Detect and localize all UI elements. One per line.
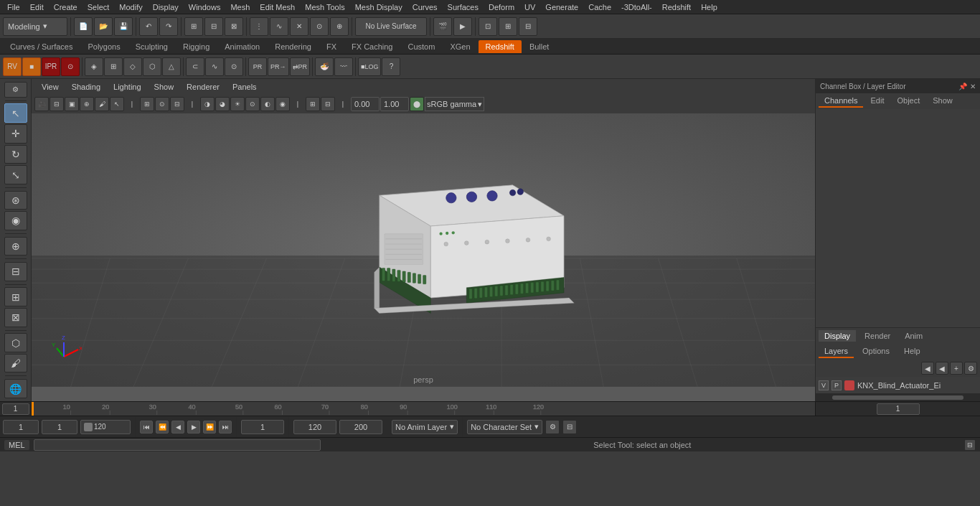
layer-tab-display[interactable]: Display bbox=[819, 330, 856, 342]
select-by-component-btn[interactable]: ⊟ bbox=[204, 17, 223, 36]
ch-tab-channels[interactable]: Channels bbox=[819, 95, 863, 108]
vp-coord1[interactable]: 0.00 bbox=[351, 97, 380, 111]
menu-mesh-display[interactable]: Mesh Display bbox=[351, 1, 407, 13]
menu-cache[interactable]: Cache bbox=[584, 1, 616, 13]
menu-surfaces[interactable]: Surfaces bbox=[443, 1, 483, 13]
display-none-btn[interactable]: ⊟ bbox=[519, 17, 537, 36]
vp-menu-shading[interactable]: Shading bbox=[66, 81, 106, 93]
tab-fx-caching[interactable]: FX Caching bbox=[344, 40, 400, 53]
vp-smooth-btn[interactable]: ⊙ bbox=[155, 97, 169, 111]
vp-shading1[interactable]: ◑ bbox=[200, 97, 215, 111]
menu-display[interactable]: Display bbox=[149, 1, 183, 13]
menu-edit[interactable]: Edit bbox=[26, 1, 48, 13]
range-end-field[interactable]: 120 bbox=[293, 420, 336, 434]
go-end-btn[interactable]: ⏭ bbox=[219, 421, 232, 434]
tab-rendering[interactable]: Rendering bbox=[268, 40, 319, 53]
bb-options-btn[interactable]: ⊟ bbox=[562, 420, 577, 434]
menu-file[interactable]: File bbox=[3, 1, 24, 13]
vp-menu-renderer[interactable]: Renderer bbox=[181, 81, 225, 93]
ch-tab-show[interactable]: Show bbox=[927, 95, 958, 108]
select-by-hierarchy-btn[interactable]: ⊞ bbox=[184, 17, 203, 36]
menu-edit-mesh[interactable]: Edit Mesh bbox=[255, 1, 299, 13]
rs-pr-btn-2[interactable]: PR→ bbox=[268, 57, 289, 76]
layer-add-btn[interactable]: + bbox=[950, 362, 963, 375]
rs-pr-btn-3[interactable]: ⇄PR bbox=[290, 57, 311, 76]
poly-btn-4[interactable]: ⬡ bbox=[143, 57, 161, 76]
select-snap-btn[interactable]: ⊠ bbox=[225, 17, 243, 36]
vp-paint-btn[interactable]: 🖌 bbox=[95, 97, 109, 111]
select-tool-btn[interactable]: ↖ bbox=[4, 103, 27, 123]
rs-q-btn[interactable]: ? bbox=[382, 57, 400, 76]
tab-rigging[interactable]: Rigging bbox=[176, 40, 217, 53]
vp-ambient-btn[interactable]: ◉ bbox=[275, 97, 290, 111]
render-btn[interactable]: ▶ bbox=[453, 17, 472, 36]
poly-btn-1[interactable]: ◈ bbox=[85, 57, 103, 76]
menu-generate[interactable]: Generate bbox=[541, 1, 583, 13]
rotate-tool-btn[interactable]: ↻ bbox=[4, 145, 27, 164]
poly-btn-3[interactable]: ◇ bbox=[123, 57, 142, 76]
world-btn[interactable]: 🌐 bbox=[4, 379, 27, 398]
render-settings-btn[interactable]: 🎬 bbox=[433, 17, 452, 36]
object-mode-btn[interactable]: ⬡ bbox=[4, 333, 27, 352]
redo-btn[interactable]: ↷ bbox=[159, 17, 178, 36]
open-file-btn[interactable]: 📂 bbox=[94, 17, 113, 36]
vp-color-btn[interactable]: ⬤ bbox=[410, 97, 424, 111]
menu-deform[interactable]: Deform bbox=[484, 1, 519, 13]
menu-create[interactable]: Create bbox=[50, 1, 82, 13]
tab-redshift[interactable]: Redshift bbox=[479, 40, 522, 53]
timeline-ruler[interactable]: 10 20 30 40 50 60 70 80 90 100 bbox=[32, 402, 815, 416]
tab-fx[interactable]: FX bbox=[319, 40, 344, 53]
layer-color-swatch[interactable] bbox=[844, 380, 854, 390]
frame-range-start[interactable]: 1 bbox=[3, 420, 39, 434]
undo-btn[interactable]: ↶ bbox=[139, 17, 158, 36]
panel-close-icon[interactable]: ✕ bbox=[970, 83, 976, 90]
vp-lighting1[interactable]: ☀ bbox=[230, 97, 245, 111]
paint-btn[interactable]: 🖌 bbox=[4, 354, 27, 373]
layer-options-btn[interactable]: ⚙ bbox=[964, 362, 977, 375]
command-line-input[interactable] bbox=[34, 439, 321, 451]
move-tool-btn[interactable]: ✛ bbox=[4, 124, 27, 144]
timeline-start-field[interactable]: 1 bbox=[2, 403, 29, 415]
tab-animation[interactable]: Animation bbox=[217, 40, 267, 53]
deform-btn-2[interactable]: ∿ bbox=[205, 57, 224, 76]
menu-mesh-tools[interactable]: Mesh Tools bbox=[301, 1, 349, 13]
layer-visibility-btn[interactable]: V bbox=[819, 380, 829, 390]
display-all-btn[interactable]: ⊞ bbox=[499, 17, 517, 36]
layout-btn[interactable]: ⊞ bbox=[4, 287, 27, 306]
layer-sub-layers[interactable]: Layers bbox=[819, 345, 854, 358]
modeling-dropdown[interactable]: Modeling ▾ bbox=[3, 17, 67, 36]
poly-btn-5[interactable]: △ bbox=[162, 57, 181, 76]
snap-surface-btn[interactable]: ⊙ bbox=[310, 17, 329, 36]
vp-gate-btn[interactable]: ▣ bbox=[65, 97, 79, 111]
menu-redshift[interactable]: Redshift bbox=[658, 1, 695, 13]
menu-modify[interactable]: Modify bbox=[115, 1, 146, 13]
vp-camera-btn[interactable]: 🎥 bbox=[34, 97, 49, 111]
play-fwd-btn[interactable]: ▶ bbox=[187, 421, 200, 434]
deform-btn-1[interactable]: ⊂ bbox=[186, 57, 204, 76]
rs-btn-render[interactable]: ⊙ bbox=[61, 57, 80, 76]
tab-custom[interactable]: Custom bbox=[401, 40, 443, 53]
layer-tab-anim[interactable]: Anim bbox=[899, 330, 928, 342]
vp-menu-view[interactable]: View bbox=[36, 81, 65, 93]
menu-windows[interactable]: Windows bbox=[184, 1, 225, 13]
step-back-btn[interactable]: ⏪ bbox=[156, 421, 169, 434]
layer-sub-options[interactable]: Options bbox=[857, 345, 895, 358]
vp-select-btn[interactable]: ↖ bbox=[110, 97, 124, 111]
vp-hud-btn[interactable]: ⊟ bbox=[321, 97, 335, 111]
viewport[interactable]: View Shading Lighting Show Renderer Pane… bbox=[32, 79, 815, 401]
show-manipulator-btn[interactable]: ⊕ bbox=[4, 237, 27, 256]
rs-bowl-btn[interactable]: 🍜 bbox=[315, 57, 334, 76]
panel-pin-icon[interactable]: 📌 bbox=[958, 83, 967, 90]
ch-tab-edit[interactable]: Edit bbox=[864, 95, 890, 108]
lasso-select-btn[interactable]: ⊟ bbox=[4, 262, 27, 281]
vp-coord2[interactable]: 1.00 bbox=[380, 97, 409, 111]
anim-layer-dropdown[interactable]: No Anim Layer ▾ bbox=[392, 420, 458, 434]
menu-select[interactable]: Select bbox=[83, 1, 114, 13]
no-live-surface-btn[interactable]: No Live Surface bbox=[355, 17, 427, 36]
scale-tool-btn[interactable]: ⤡ bbox=[4, 165, 27, 184]
display-layer-btn[interactable]: ⊡ bbox=[479, 17, 497, 36]
slider-handle[interactable] bbox=[84, 423, 93, 431]
max-field[interactable]: 200 bbox=[339, 420, 382, 434]
gamma-selector[interactable]: sRGB gamma ▾ bbox=[425, 97, 484, 111]
frame-current-display[interactable]: 1 bbox=[42, 420, 77, 434]
